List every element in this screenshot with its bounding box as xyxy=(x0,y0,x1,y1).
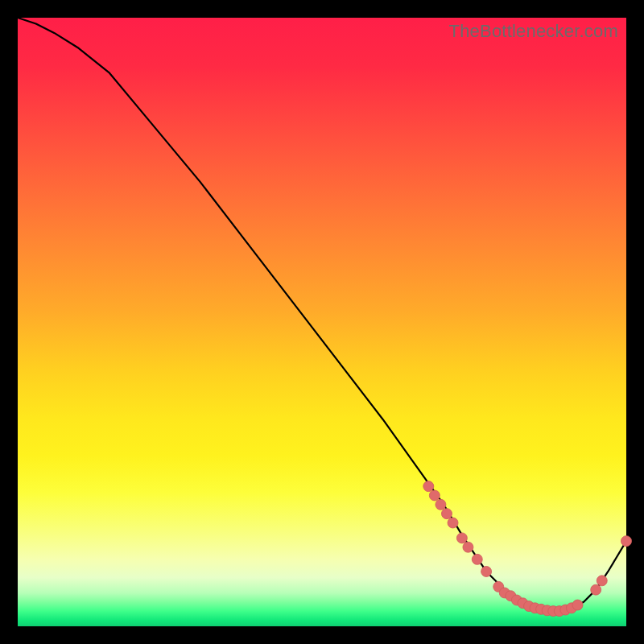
curve-marker xyxy=(429,490,440,501)
bottleneck-curve xyxy=(18,18,626,611)
curve-marker xyxy=(448,518,458,528)
curve-marker xyxy=(472,554,482,564)
curve-marker xyxy=(456,533,467,543)
chart-plot-area: TheBottlenecker.com xyxy=(18,18,626,626)
curve-marker xyxy=(441,509,452,519)
curve-marker xyxy=(597,576,607,586)
chart-stage: TheBottlenecker.com xyxy=(0,0,644,644)
curve-marker xyxy=(423,481,434,492)
curve-markers xyxy=(423,481,632,617)
curve-svg xyxy=(18,18,626,626)
curve-marker xyxy=(572,600,583,610)
curve-marker xyxy=(436,499,446,510)
curve-marker xyxy=(591,584,601,595)
curve-marker xyxy=(481,566,492,576)
curve-marker xyxy=(463,542,473,552)
curve-marker xyxy=(621,536,632,547)
